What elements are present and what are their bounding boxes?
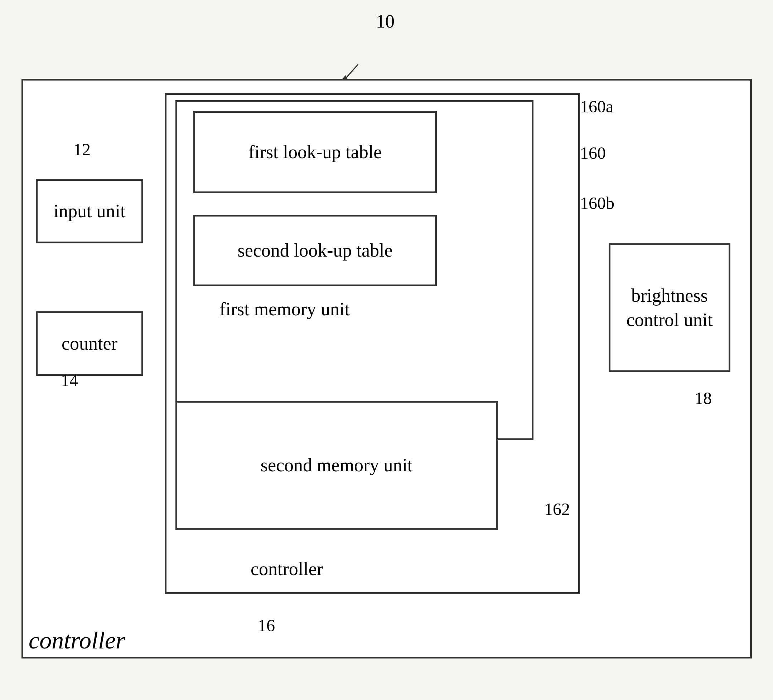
ref-10-label: 10 [376, 11, 395, 32]
ref-12: 12 [73, 140, 90, 159]
ref-162: 162 [544, 499, 570, 519]
second-memory-unit-box-162: second memory unit [176, 401, 498, 530]
input-unit-label: input unit [54, 199, 126, 223]
ref-160a: 160a [580, 97, 613, 116]
first-memory-unit-label: first memory unit [204, 297, 365, 321]
second-memory-unit-label: second memory unit [261, 453, 413, 477]
first-lut-label: first look-up table [248, 140, 382, 164]
brightness-control-unit-box-18: brightness control unit [609, 243, 730, 372]
counter-label: counter [62, 331, 117, 356]
input-unit-box-12: input unit [36, 179, 143, 243]
second-lut-label: second look-up table [237, 238, 392, 263]
ref-16: 16 [258, 616, 275, 635]
second-lut-box-160b: second look-up table [193, 215, 437, 286]
diagram-container: 10 controller first look-up table second… [0, 0, 773, 700]
brightness-control-label: brightness control unit [610, 283, 729, 332]
ref-18: 18 [695, 388, 712, 408]
svg-line-0 [344, 64, 358, 81]
ref-14: 14 [61, 370, 78, 390]
brightness-adjusting-apparatus-label: controller [29, 626, 125, 654]
controller-label-16: controller [251, 558, 323, 579]
ref-160b: 160b [580, 193, 614, 213]
first-lut-box-160a: first look-up table [193, 111, 437, 193]
ref-160: 160 [580, 143, 606, 163]
counter-box-14: counter [36, 311, 143, 376]
